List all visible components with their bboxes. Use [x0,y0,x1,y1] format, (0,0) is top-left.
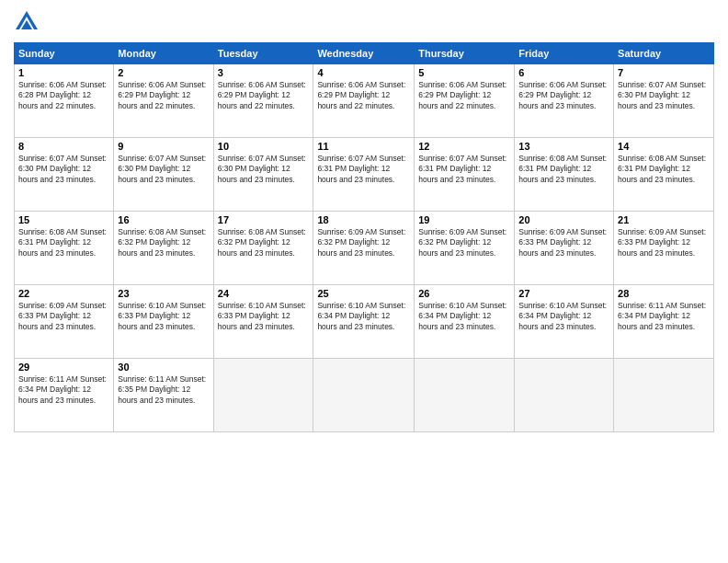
day-number: 8 [18,141,109,152]
calendar-header: Sunday Monday Tuesday Wednesday Thursday… [15,43,714,64]
calendar-cell: 1Sunrise: 6:06 AM Sunset: 6:28 PM Daylig… [15,64,114,138]
day-number: 28 [618,288,710,299]
day-info: Sunrise: 6:06 AM Sunset: 6:29 PM Dayligh… [418,80,510,111]
day-info: Sunrise: 6:07 AM Sunset: 6:30 PM Dayligh… [618,80,710,111]
col-friday: Friday [515,43,614,64]
calendar-cell: 24Sunrise: 6:10 AM Sunset: 6:33 PM Dayli… [213,285,313,359]
day-number: 11 [317,141,410,152]
calendar-cell: 28Sunrise: 6:11 AM Sunset: 6:34 PM Dayli… [614,285,714,359]
day-info: Sunrise: 6:10 AM Sunset: 6:33 PM Dayligh… [118,301,209,332]
page: Sunday Monday Tuesday Wednesday Thursday… [0,0,728,563]
day-number: 18 [317,214,410,225]
day-number: 1 [18,67,109,78]
day-number: 3 [218,67,310,78]
col-wednesday: Wednesday [313,43,415,64]
calendar-cell: 11Sunrise: 6:07 AM Sunset: 6:31 PM Dayli… [313,138,415,212]
day-number: 30 [118,362,209,373]
day-info: Sunrise: 6:11 AM Sunset: 6:35 PM Dayligh… [118,374,209,406]
calendar-cell: 20Sunrise: 6:09 AM Sunset: 6:33 PM Dayli… [515,212,614,285]
day-info: Sunrise: 6:06 AM Sunset: 6:29 PM Dayligh… [518,80,609,111]
day-number: 23 [118,288,209,299]
calendar-week-2: 8Sunrise: 6:07 AM Sunset: 6:30 PM Daylig… [15,138,714,212]
day-info: Sunrise: 6:08 AM Sunset: 6:31 PM Dayligh… [18,227,109,259]
logo [14,9,43,35]
calendar-cell [415,359,515,432]
calendar-cell: 23Sunrise: 6:10 AM Sunset: 6:33 PM Dayli… [114,285,213,359]
day-number: 4 [317,67,410,78]
day-number: 24 [218,288,310,299]
day-info: Sunrise: 6:07 AM Sunset: 6:30 PM Dayligh… [18,154,109,185]
calendar-cell: 2Sunrise: 6:06 AM Sunset: 6:29 PM Daylig… [114,64,213,138]
calendar-week-1: 1Sunrise: 6:06 AM Sunset: 6:28 PM Daylig… [15,64,714,138]
day-info: Sunrise: 6:07 AM Sunset: 6:30 PM Dayligh… [218,154,310,185]
calendar-cell: 9Sunrise: 6:07 AM Sunset: 6:30 PM Daylig… [114,138,213,212]
day-info: Sunrise: 6:07 AM Sunset: 6:31 PM Dayligh… [418,154,510,185]
calendar-cell: 30Sunrise: 6:11 AM Sunset: 6:35 PM Dayli… [114,359,213,432]
day-info: Sunrise: 6:06 AM Sunset: 6:29 PM Dayligh… [218,80,310,111]
day-info: Sunrise: 6:10 AM Sunset: 6:33 PM Dayligh… [218,301,310,332]
day-info: Sunrise: 6:11 AM Sunset: 6:34 PM Dayligh… [618,301,710,332]
day-number: 2 [118,67,209,78]
calendar-cell: 13Sunrise: 6:08 AM Sunset: 6:31 PM Dayli… [515,138,614,212]
day-number: 29 [18,362,109,373]
day-info: Sunrise: 6:10 AM Sunset: 6:34 PM Dayligh… [418,301,510,332]
day-info: Sunrise: 6:08 AM Sunset: 6:31 PM Dayligh… [518,154,609,185]
day-number: 6 [518,67,609,78]
calendar-week-3: 15Sunrise: 6:08 AM Sunset: 6:31 PM Dayli… [15,212,714,285]
day-info: Sunrise: 6:10 AM Sunset: 6:34 PM Dayligh… [317,301,410,332]
col-tuesday: Tuesday [213,43,313,64]
day-number: 5 [418,67,510,78]
day-info: Sunrise: 6:07 AM Sunset: 6:30 PM Dayligh… [118,154,209,185]
calendar-cell: 4Sunrise: 6:06 AM Sunset: 6:29 PM Daylig… [313,64,415,138]
day-number: 15 [18,214,109,225]
calendar-cell: 6Sunrise: 6:06 AM Sunset: 6:29 PM Daylig… [515,64,614,138]
calendar-cell [213,359,313,432]
header-row: Sunday Monday Tuesday Wednesday Thursday… [15,43,714,64]
calendar-cell: 8Sunrise: 6:07 AM Sunset: 6:30 PM Daylig… [15,138,114,212]
logo-icon [14,9,40,35]
col-saturday: Saturday [614,43,714,64]
calendar-cell: 12Sunrise: 6:07 AM Sunset: 6:31 PM Dayli… [415,138,515,212]
calendar-week-5: 29Sunrise: 6:11 AM Sunset: 6:34 PM Dayli… [15,359,714,432]
calendar-cell [313,359,415,432]
day-info: Sunrise: 6:08 AM Sunset: 6:32 PM Dayligh… [118,227,209,259]
day-number: 17 [218,214,310,225]
day-number: 22 [18,288,109,299]
calendar-cell: 19Sunrise: 6:09 AM Sunset: 6:32 PM Dayli… [415,212,515,285]
calendar-cell: 15Sunrise: 6:08 AM Sunset: 6:31 PM Dayli… [15,212,114,285]
day-number: 12 [418,141,510,152]
calendar-cell: 22Sunrise: 6:09 AM Sunset: 6:33 PM Dayli… [15,285,114,359]
day-number: 14 [618,141,710,152]
day-info: Sunrise: 6:10 AM Sunset: 6:34 PM Dayligh… [518,301,609,332]
day-number: 27 [518,288,609,299]
day-info: Sunrise: 6:07 AM Sunset: 6:31 PM Dayligh… [317,154,410,185]
day-number: 16 [118,214,209,225]
col-sunday: Sunday [15,43,114,64]
day-number: 26 [418,288,510,299]
day-info: Sunrise: 6:06 AM Sunset: 6:29 PM Dayligh… [118,80,209,111]
calendar-cell: 3Sunrise: 6:06 AM Sunset: 6:29 PM Daylig… [213,64,313,138]
calendar-table: Sunday Monday Tuesday Wednesday Thursday… [14,42,714,432]
col-thursday: Thursday [415,43,515,64]
day-number: 13 [518,141,609,152]
day-info: Sunrise: 6:09 AM Sunset: 6:32 PM Dayligh… [317,227,410,259]
day-number: 21 [618,214,710,225]
day-number: 19 [418,214,510,225]
day-info: Sunrise: 6:08 AM Sunset: 6:31 PM Dayligh… [618,154,710,185]
day-number: 9 [118,141,209,152]
calendar-cell [614,359,714,432]
calendar-body: 1Sunrise: 6:06 AM Sunset: 6:28 PM Daylig… [15,64,714,432]
calendar-cell: 25Sunrise: 6:10 AM Sunset: 6:34 PM Dayli… [313,285,415,359]
day-info: Sunrise: 6:11 AM Sunset: 6:34 PM Dayligh… [18,374,109,406]
day-info: Sunrise: 6:09 AM Sunset: 6:32 PM Dayligh… [418,227,510,259]
calendar-cell: 7Sunrise: 6:07 AM Sunset: 6:30 PM Daylig… [614,64,714,138]
calendar-cell: 29Sunrise: 6:11 AM Sunset: 6:34 PM Dayli… [15,359,114,432]
calendar-cell: 17Sunrise: 6:08 AM Sunset: 6:32 PM Dayli… [213,212,313,285]
calendar-cell: 27Sunrise: 6:10 AM Sunset: 6:34 PM Dayli… [515,285,614,359]
day-number: 20 [518,214,609,225]
day-info: Sunrise: 6:06 AM Sunset: 6:29 PM Dayligh… [317,80,410,111]
calendar-cell: 10Sunrise: 6:07 AM Sunset: 6:30 PM Dayli… [213,138,313,212]
calendar-cell: 5Sunrise: 6:06 AM Sunset: 6:29 PM Daylig… [415,64,515,138]
calendar-cell [515,359,614,432]
calendar-week-4: 22Sunrise: 6:09 AM Sunset: 6:33 PM Dayli… [15,285,714,359]
